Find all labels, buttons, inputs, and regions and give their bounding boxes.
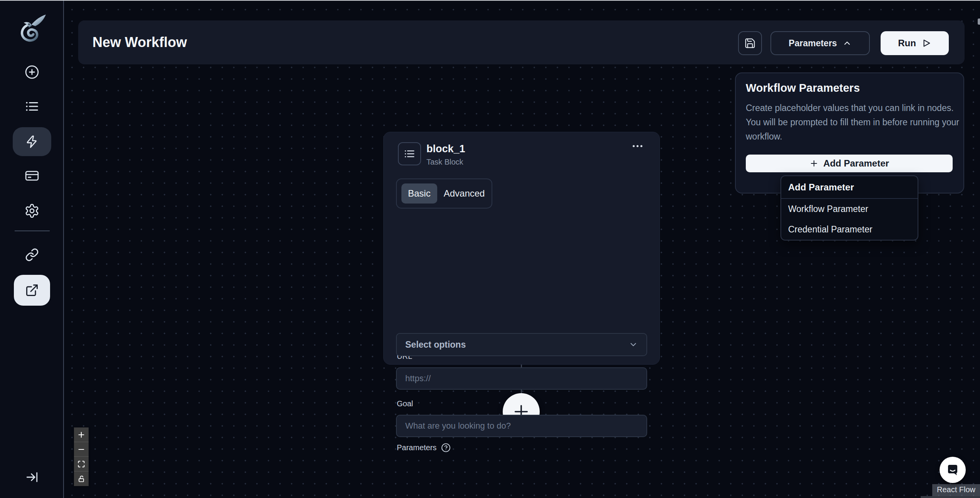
save-icon	[744, 37, 756, 49]
parameters-label-text: Parameters	[397, 443, 436, 452]
menu-item-credential-parameter[interactable]: Credential Parameter	[781, 219, 918, 240]
chevron-up-icon	[842, 39, 852, 48]
sidebar-link-button[interactable]	[25, 248, 39, 262]
tab-advanced[interactable]: Advanced	[437, 183, 492, 204]
plus-circle-icon	[25, 65, 39, 79]
workflow-header: New Workflow Parameters Run	[78, 20, 965, 64]
plus-icon	[809, 159, 819, 168]
play-icon	[921, 38, 931, 48]
task-block-node[interactable]: block_1 Task Block Basic Advanced URL Go…	[383, 132, 660, 365]
unlock-icon	[78, 475, 85, 483]
panel-title: Workflow Parameters	[746, 82, 860, 94]
url-input[interactable]	[396, 367, 647, 390]
chat-bubble-icon	[945, 462, 960, 478]
add-parameter-button-label: Add Parameter	[823, 158, 889, 169]
window-top-edge	[0, 0, 980, 1]
zoom-in-button[interactable]	[74, 427, 89, 442]
goal-input[interactable]	[396, 415, 647, 437]
menu-header: Add Parameter	[781, 176, 918, 199]
parameters-field-label: Parameters	[397, 443, 451, 453]
panel-description-line: workflow.	[746, 130, 959, 144]
workflow-editor-screen: New Workflow Parameters Run block_1	[0, 0, 980, 498]
tab-basic[interactable]: Basic	[401, 183, 437, 204]
scrollbar-nub[interactable]	[978, 19, 980, 25]
lock-toggle-button[interactable]	[74, 471, 89, 486]
sidebar-create-button[interactable]	[25, 65, 39, 79]
block-mode-tabs: Basic Advanced	[396, 178, 492, 209]
ellipsis-icon	[631, 142, 644, 150]
menu-item-workflow-parameter[interactable]: Workflow Parameter	[781, 199, 918, 219]
task-list-icon	[404, 148, 415, 160]
panel-description-line: You will be prompted to fill them in bef…	[746, 115, 959, 130]
sidebar-runs-button[interactable]	[25, 99, 39, 114]
block-name: block_1	[426, 143, 465, 155]
canvas-controls	[74, 427, 89, 486]
help-circle-icon[interactable]	[441, 443, 451, 453]
sidebar-divider	[15, 230, 50, 231]
block-menu-button[interactable]	[631, 142, 644, 150]
sidebar	[0, 0, 64, 498]
external-link-icon	[25, 283, 39, 297]
react-flow-attribution[interactable]: React Flow	[932, 484, 980, 496]
sidebar-billing-button[interactable]	[25, 168, 39, 183]
zoom-out-button[interactable]	[74, 442, 89, 457]
block-type-icon-box	[398, 142, 421, 165]
list-icon	[25, 99, 39, 114]
parameters-select-value: Select options	[405, 340, 466, 350]
panel-description-line: Create placeholder values that you can l…	[746, 101, 959, 115]
run-button-label: Run	[898, 38, 916, 49]
credit-card-icon	[25, 168, 39, 183]
link-icon	[25, 248, 39, 262]
minus-icon	[77, 445, 86, 454]
chevron-down-icon	[629, 340, 638, 349]
save-button[interactable]	[738, 31, 762, 55]
lightning-icon	[25, 135, 39, 149]
block-type-label: Task Block	[426, 158, 463, 167]
run-button[interactable]: Run	[881, 31, 949, 55]
add-parameter-button[interactable]: Add Parameter	[746, 155, 953, 172]
sidebar-workflows-button[interactable]	[13, 127, 51, 156]
parameters-toggle-button[interactable]: Parameters	[770, 31, 870, 55]
plus-icon	[77, 431, 86, 439]
arrow-right-to-line-icon	[25, 471, 39, 484]
goal-label: Goal	[397, 399, 413, 408]
parameters-select[interactable]: Select options	[396, 333, 647, 356]
fit-view-icon	[77, 460, 85, 468]
panel-description: Create placeholder values that you can l…	[746, 101, 959, 144]
page-title: New Workflow	[92, 34, 187, 50]
skyvern-logo	[16, 13, 49, 44]
parameters-button-label: Parameters	[789, 38, 837, 49]
support-chat-button[interactable]	[940, 457, 966, 483]
window-bottom-edge	[921, 496, 980, 498]
sidebar-settings-button[interactable]	[24, 203, 40, 219]
gear-icon	[24, 203, 40, 219]
fit-view-button[interactable]	[74, 457, 89, 471]
add-parameter-menu: Add Parameter Workflow Parameter Credent…	[780, 175, 918, 241]
sidebar-open-app-button[interactable]	[14, 275, 50, 306]
sidebar-expand-button[interactable]	[25, 471, 39, 484]
